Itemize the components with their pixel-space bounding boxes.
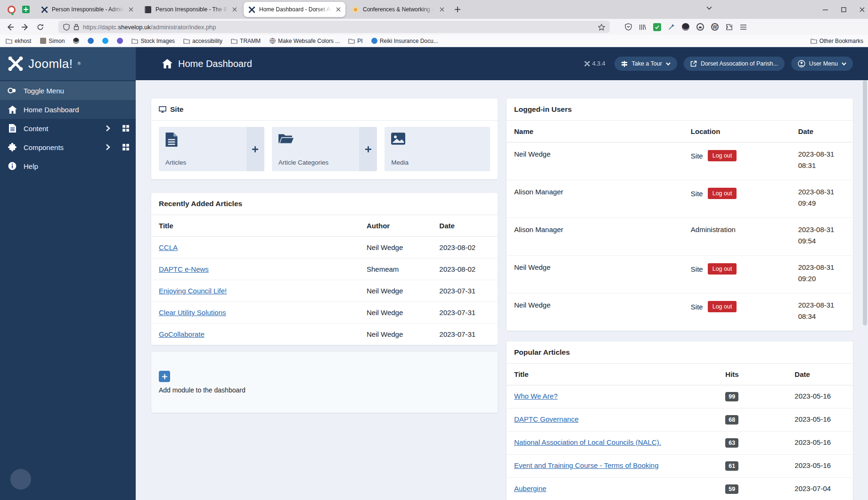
tracking-protection-shield-icon[interactable] <box>63 24 70 31</box>
article-author: Neil Wedge <box>359 237 432 258</box>
tile-article-categories[interactable]: Article Categories <box>272 127 377 171</box>
article-link[interactable]: DAPTC Governance <box>514 415 579 423</box>
bookmark-icon-teal[interactable] <box>102 38 108 44</box>
login-date: 2023-08-31 <box>798 150 845 158</box>
article-link[interactable]: Event and Training Course - Terms of Boo… <box>514 461 659 469</box>
back-icon[interactable] <box>5 22 15 32</box>
col-header-name: Name <box>507 121 683 142</box>
article-link[interactable]: Aubergine <box>514 484 546 492</box>
tab-close-icon[interactable] <box>128 7 134 12</box>
globe-icon <box>269 38 276 44</box>
article-link[interactable]: CCLA <box>159 243 178 251</box>
tab-person-irresponsible-admin[interactable]: Person Irresponsible - Administ <box>36 2 138 17</box>
lock-icon[interactable] <box>74 24 79 30</box>
logout-button[interactable]: Log out <box>708 301 737 312</box>
article-link[interactable]: National Association of Local Councils (… <box>514 438 661 446</box>
hits-badge: 63 <box>725 438 738 448</box>
hamburger-menu-icon[interactable] <box>740 24 747 30</box>
url-bar[interactable]: https://daptc.shevelop.uk/administrator/… <box>58 21 610 33</box>
col-header-location: Location <box>683 121 791 142</box>
bookmark-icon-blue[interactable] <box>88 38 94 44</box>
sidebar-item-content[interactable]: Content <box>0 119 136 138</box>
popular-articles-panel: Popular Articles Title Hits Date <box>507 342 853 500</box>
sidebar-item-label: Components <box>24 143 99 151</box>
take-a-tour-button[interactable]: Take a Tour <box>614 57 677 71</box>
article-author: Neil Wedge <box>359 302 432 324</box>
bookmark-icon-purple[interactable] <box>117 38 123 44</box>
article-link[interactable]: Enjoying Council Life! <box>159 287 227 295</box>
image-favicon <box>40 38 46 44</box>
table-row: Clear Utility Solutions Neil Wedge 2023-… <box>151 302 498 324</box>
sidebar-item-help[interactable]: Help <box>0 157 136 175</box>
article-date: 2023-05-16 <box>787 432 853 455</box>
wordpress-extension-icon[interactable]: W <box>711 23 719 31</box>
bookmark-folder-stock-images[interactable]: Stock Images <box>131 38 175 44</box>
window-maximize-icon[interactable] <box>841 7 847 13</box>
article-icon <box>165 133 244 147</box>
chevron-right-icon <box>106 144 110 150</box>
article-date: 2023-08-02 <box>432 258 498 280</box>
pocket-shield-icon[interactable] <box>625 23 632 31</box>
other-bookmarks-button[interactable]: Other Bookmarks <box>811 38 863 44</box>
add-category-button[interactable] <box>359 127 377 171</box>
dark-sphere-extension-icon[interactable] <box>682 23 689 31</box>
sidebar-item-toggle-menu[interactable]: Toggle Menu <box>0 81 136 100</box>
mask-extension-icon[interactable] <box>696 23 704 31</box>
logout-button[interactable]: Log out <box>708 150 737 161</box>
bookmark-folder-pi[interactable]: PI <box>348 38 362 44</box>
preview-site-button[interactable]: Dorset Assocation of Parish... <box>684 57 785 71</box>
tab-close-icon[interactable] <box>336 7 341 12</box>
content-dashboard-grid-icon[interactable] <box>123 125 129 132</box>
bookmark-folder-tramm[interactable]: TRAMM <box>231 38 261 44</box>
bookmark-icon-dark[interactable] <box>73 38 79 44</box>
table-row: Enjoying Council Life! Neil Wedge 2023-0… <box>151 280 498 302</box>
pinned-tab-clock-icon[interactable] <box>8 6 16 14</box>
bookmark-simon[interactable]: Simon <box>40 38 65 44</box>
login-time: 08:31 <box>798 161 845 169</box>
reload-icon[interactable] <box>35 22 45 32</box>
page-title: Home Dashboard <box>162 58 252 69</box>
add-module-button[interactable]: Add module to the dashboard <box>151 352 498 413</box>
article-date: 2023-07-04 <box>787 478 853 500</box>
library-icon[interactable] <box>639 24 646 31</box>
tab-conferences-networking[interactable]: Conferences & Networking - Do <box>347 2 449 17</box>
folder-icon <box>811 38 817 44</box>
tab-person-irresponsible-book[interactable]: Person Irresponsible - The Book <box>140 2 242 17</box>
article-link[interactable]: GoCollaborate <box>159 330 205 338</box>
bookmark-star-icon[interactable] <box>598 24 605 31</box>
tab-close-icon[interactable] <box>439 7 445 12</box>
bookmark-folder-accessibility[interactable]: accessibility <box>183 38 222 44</box>
site-panel-title: Site <box>151 99 498 121</box>
sidebar-item-components[interactable]: Components <box>0 138 136 157</box>
forward-icon[interactable] <box>20 22 30 32</box>
article-link[interactable]: Clear Utility Solutions <box>159 308 226 317</box>
user-menu-button[interactable]: User Menu <box>791 57 853 71</box>
new-tab-button[interactable] <box>451 3 464 16</box>
window-close-icon[interactable] <box>859 7 865 13</box>
tab-close-icon[interactable] <box>232 7 237 12</box>
chevron-down-icon <box>842 62 846 66</box>
bookmark-folder-ekhost[interactable]: ekhost <box>6 38 31 44</box>
folder-icon <box>131 38 138 44</box>
window-minimize-icon[interactable] <box>822 7 828 13</box>
eyedropper-extension-icon[interactable] <box>668 24 675 30</box>
components-dashboard-grid-icon[interactable] <box>123 144 129 150</box>
tile-media[interactable]: Media <box>385 127 490 171</box>
article-link[interactable]: DAPTC e-News <box>159 265 209 273</box>
logout-button[interactable]: Log out <box>708 188 737 199</box>
puzzle-extensions-icon[interactable] <box>726 24 733 31</box>
list-all-tabs-icon[interactable] <box>706 5 712 11</box>
page-scrollbar[interactable] <box>863 49 867 497</box>
sidebar-item-home-dashboard[interactable]: Home Dashboard <box>0 100 136 119</box>
tile-articles[interactable]: Articles <box>159 127 264 171</box>
scrollbar-thumb[interactable] <box>863 80 867 325</box>
bookmark-make-websafe-colors[interactable]: Make Websafe Colors ... <box>269 38 340 44</box>
add-article-button[interactable] <box>246 127 264 171</box>
green-check-extension-icon[interactable] <box>653 23 661 31</box>
login-time: 09:49 <box>798 199 845 207</box>
logout-button[interactable]: Log out <box>708 263 737 275</box>
pinned-tab-spreadsheet-icon[interactable] <box>22 6 30 13</box>
bookmark-reiki-insurance[interactable]: Reiki Insurance Docu... <box>371 38 438 44</box>
article-link[interactable]: Who We Are? <box>514 392 557 400</box>
tab-home-dashboard-active[interactable]: Home Dashboard - Dorset Assoc <box>244 2 345 17</box>
